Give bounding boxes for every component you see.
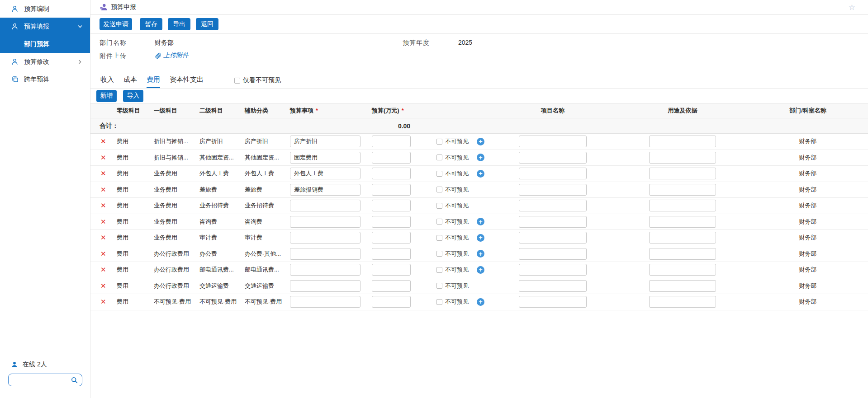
tab-capital-expenditure[interactable]: 资本性支出 [170, 72, 204, 88]
delete-row-icon[interactable]: ✕ [100, 169, 106, 177]
budget-amount-input[interactable] [372, 232, 411, 243]
unforeseen-checkbox[interactable] [436, 251, 442, 257]
add-subrow-button[interactable]: + [477, 154, 484, 161]
project-name-input[interactable] [519, 232, 587, 243]
budget-item-input[interactable] [290, 296, 360, 308]
unforeseen-only-checkbox[interactable] [234, 78, 240, 84]
project-name-input[interactable] [519, 152, 587, 164]
aux-category-cell: 邮电通讯费... [245, 266, 290, 274]
tab-expense[interactable]: 费用 [147, 72, 160, 88]
budget-amount-input[interactable] [372, 184, 411, 196]
usage-basis-input[interactable] [649, 280, 716, 292]
budget-item-input[interactable] [290, 248, 360, 260]
add-subrow-button[interactable]: + [477, 138, 484, 145]
delete-row-icon[interactable]: ✕ [100, 234, 106, 241]
sidebar-item-budget-fill[interactable]: 预算填报 [0, 18, 90, 35]
usage-basis-input[interactable] [649, 184, 716, 196]
back-button[interactable]: 返回 [196, 18, 218, 30]
budget-amount-input[interactable] [372, 216, 411, 228]
sidebar-item-budget-modify[interactable]: 预算修改 [0, 53, 90, 70]
budget-amount-input[interactable] [372, 248, 411, 260]
budget-item-input[interactable] [290, 232, 360, 243]
delete-row-icon[interactable]: ✕ [100, 137, 106, 145]
project-name-input[interactable] [519, 296, 587, 308]
unforeseen-checkbox[interactable] [436, 235, 442, 241]
delete-row-icon[interactable]: ✕ [100, 298, 106, 305]
export-button[interactable]: 导出 [168, 18, 190, 30]
delete-row-icon[interactable]: ✕ [100, 201, 106, 209]
sidebar-item-budget-compile[interactable]: 预算编制 [0, 0, 90, 18]
favorite-star-icon[interactable]: ☆ [849, 3, 855, 12]
attachment-label: 附件上传 [100, 52, 127, 60]
unforeseen-checkbox[interactable] [436, 299, 442, 305]
delete-row-icon[interactable]: ✕ [100, 282, 106, 290]
usage-basis-input[interactable] [649, 136, 716, 147]
usage-basis-input[interactable] [649, 248, 716, 260]
budget-amount-input[interactable] [372, 168, 411, 179]
usage-basis-input[interactable] [649, 296, 716, 308]
unforeseen-label: 不可预见 [445, 201, 469, 210]
budget-amount-input[interactable] [372, 296, 411, 308]
budget-item-input[interactable] [290, 200, 360, 211]
unforeseen-checkbox[interactable] [436, 139, 442, 145]
unforeseen-checkbox[interactable] [436, 155, 442, 160]
project-name-input[interactable] [519, 248, 587, 260]
usage-basis-input[interactable] [649, 232, 716, 243]
upload-attachment-link[interactable]: 上传附件 [155, 52, 189, 60]
project-name-input[interactable] [519, 184, 587, 196]
usage-basis-input[interactable] [649, 200, 716, 211]
budget-item-input[interactable] [290, 216, 360, 228]
search-icon[interactable] [71, 376, 78, 384]
project-name-input[interactable] [519, 280, 587, 292]
budget-amount-input[interactable] [372, 264, 411, 276]
budget-item-input[interactable] [290, 136, 360, 147]
project-name-input[interactable] [519, 200, 587, 211]
delete-row-icon[interactable]: ✕ [100, 266, 106, 273]
delete-row-icon[interactable]: ✕ [100, 250, 106, 258]
add-subrow-button[interactable]: + [477, 218, 484, 225]
usage-basis-input[interactable] [649, 264, 716, 276]
budget-amount-input[interactable] [372, 136, 411, 147]
budget-item-input[interactable] [290, 264, 360, 276]
level1-cell: 折旧与摊销... [154, 137, 199, 145]
tab-cost[interactable]: 成本 [123, 72, 137, 88]
level1-cell: 折旧与摊销... [154, 154, 199, 162]
send-request-button[interactable]: 发送申请 [100, 18, 132, 30]
add-subrow-button[interactable]: + [477, 250, 484, 258]
budget-item-input[interactable] [290, 184, 360, 196]
import-button[interactable]: 导入 [123, 90, 143, 102]
level2-cell: 邮电通讯费... [199, 266, 245, 274]
budget-item-input[interactable] [290, 152, 360, 164]
delete-row-icon[interactable]: ✕ [100, 154, 106, 161]
tab-income[interactable]: 收入 [100, 72, 114, 88]
add-subrow-button[interactable]: + [477, 298, 484, 306]
unforeseen-checkbox[interactable] [436, 203, 442, 209]
add-row-button[interactable]: 新增 [96, 90, 117, 102]
budget-amount-input[interactable] [372, 152, 411, 164]
usage-basis-input[interactable] [649, 168, 716, 179]
unforeseen-checkbox[interactable] [436, 283, 442, 289]
unforeseen-checkbox[interactable] [436, 267, 442, 273]
delete-row-icon[interactable]: ✕ [100, 186, 106, 193]
project-name-input[interactable] [519, 264, 587, 276]
budget-item-input[interactable] [290, 168, 360, 179]
save-draft-button[interactable]: 暂存 [140, 18, 162, 30]
add-subrow-button[interactable]: + [477, 266, 484, 274]
budget-amount-input[interactable] [372, 200, 411, 211]
unforeseen-checkbox[interactable] [436, 171, 442, 177]
project-name-input[interactable] [519, 216, 587, 228]
add-subrow-button[interactable]: + [477, 234, 484, 242]
project-name-input[interactable] [519, 168, 587, 179]
sidebar-item-dept-budget[interactable]: 部门预算 [0, 35, 90, 53]
budget-amount-input[interactable] [372, 280, 411, 292]
sidebar-item-crossyear-budget[interactable]: 跨年预算 [0, 70, 90, 88]
unforeseen-checkbox[interactable] [436, 187, 442, 192]
usage-basis-input[interactable] [649, 216, 716, 228]
usage-basis-input[interactable] [649, 152, 716, 164]
add-subrow-button[interactable]: + [477, 170, 484, 178]
project-name-input[interactable] [519, 136, 587, 147]
unforeseen-only-filter[interactable]: 仅看不可预见 [234, 72, 281, 89]
unforeseen-checkbox[interactable] [436, 219, 442, 225]
budget-item-input[interactable] [290, 280, 360, 292]
delete-row-icon[interactable]: ✕ [100, 218, 106, 225]
